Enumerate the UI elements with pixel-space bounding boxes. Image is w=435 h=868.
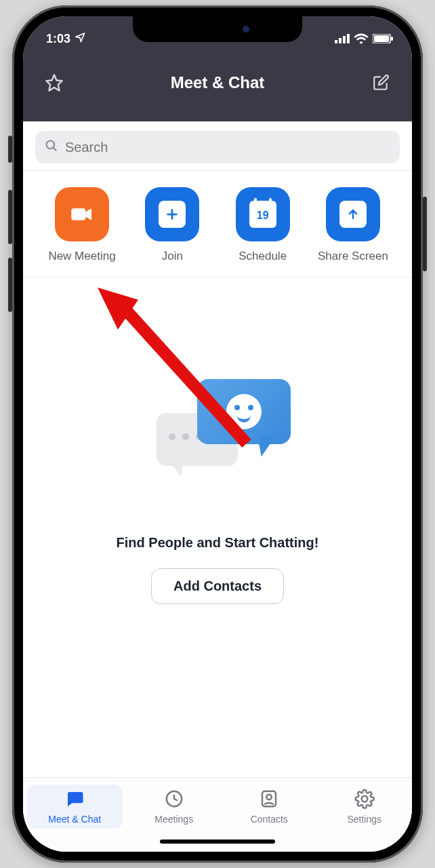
video-camera-icon (55, 187, 109, 241)
schedule-label: Schedule (239, 250, 287, 263)
share-screen-button[interactable]: Share Screen (309, 187, 397, 263)
chat-illustration (150, 379, 285, 474)
add-contacts-button[interactable]: Add Contacts (151, 568, 284, 604)
share-screen-label: Share Screen (318, 250, 388, 263)
chat-bubble-icon (64, 789, 85, 811)
svg-line-9 (54, 147, 56, 150)
battery-icon (373, 34, 393, 43)
svg-rect-5 (374, 35, 389, 42)
empty-headline: Find People and Start Chatting! (117, 535, 319, 551)
search-input[interactable] (35, 131, 400, 163)
svg-rect-2 (343, 36, 346, 43)
favorites-star-button[interactable] (42, 71, 66, 95)
svg-point-19 (361, 796, 367, 802)
status-time: 1:03 (46, 32, 70, 46)
gear-icon (354, 789, 375, 811)
svg-rect-10 (71, 208, 85, 220)
home-indicator[interactable] (160, 840, 275, 844)
upload-arrow-icon (339, 201, 367, 228)
empty-state: Find People and Start Chatting! Add Cont… (23, 277, 412, 777)
svg-rect-6 (391, 37, 393, 41)
tab-label: Meetings (154, 814, 193, 825)
tab-label: Contacts (251, 814, 288, 825)
new-meeting-button[interactable]: New Meeting (38, 187, 126, 263)
compose-button[interactable] (369, 71, 393, 95)
location-icon (75, 32, 85, 46)
tab-meetings[interactable]: Meetings (127, 785, 222, 829)
search-container (23, 121, 412, 170)
wifi-icon (354, 33, 369, 44)
tab-label: Meet & Chat (48, 814, 101, 825)
clock-icon (164, 789, 184, 811)
phone-frame: 1:03 (12, 5, 423, 863)
svg-rect-3 (347, 34, 350, 43)
plus-icon (159, 201, 186, 228)
tab-meet-chat[interactable]: Meet & Chat (27, 785, 123, 829)
page-title: Meet & Chat (66, 73, 369, 92)
calendar-day-number: 19 (257, 210, 269, 222)
search-icon (45, 139, 58, 156)
calendar-icon: 19 (249, 201, 276, 228)
screen: 1:03 (23, 16, 412, 852)
svg-point-18 (267, 795, 272, 800)
tab-label: Settings (347, 814, 381, 825)
tab-settings[interactable]: Settings (317, 785, 413, 829)
new-meeting-label: New Meeting (48, 250, 115, 263)
cellular-icon (335, 34, 350, 43)
search-text-input[interactable] (65, 140, 390, 155)
notch (133, 16, 302, 42)
svg-rect-1 (339, 38, 341, 43)
schedule-button[interactable]: 19 Schedule (219, 187, 307, 263)
svg-marker-7 (46, 75, 62, 90)
tab-contacts[interactable]: Contacts (222, 785, 317, 829)
join-button[interactable]: Join (128, 187, 216, 263)
join-label: Join (162, 250, 183, 263)
action-row: New Meeting Join 19 Sched (23, 171, 412, 277)
svg-rect-0 (335, 40, 337, 43)
contacts-icon (259, 789, 279, 811)
